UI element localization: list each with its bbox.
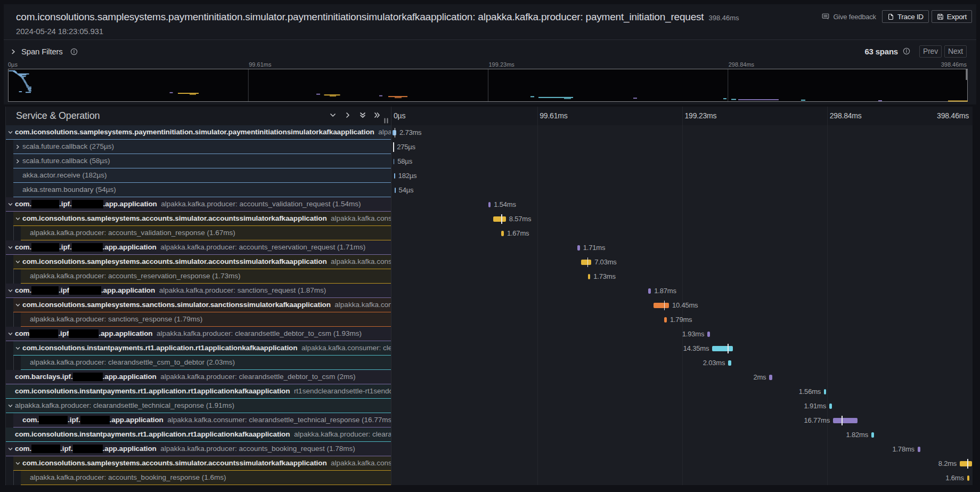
span-name-cell[interactable]: com.iconsolutions.samplesystems.sanction… [13, 298, 391, 312]
span-name-cell[interactable]: alpakka.kafka.producer: clearandsettle_c… [21, 356, 391, 370]
span-duration-label: 7.03ms [594, 255, 616, 269]
span-name-cell[interactable]: com..ipf..app.application alpakka.kafka.… [13, 413, 391, 428]
span-count: 63 spans [864, 47, 898, 56]
span-bar[interactable] [967, 475, 969, 481]
span-name-cell[interactable]: com.iconsolutions.samplesystems.accounts… [13, 255, 391, 269]
span-bar[interactable] [588, 274, 591, 279]
span-name-cell[interactable]: alpakka.kafka.producer: clearandsettle_t… [6, 399, 391, 413]
span-name-cell[interactable]: com.iconsolutions.samplesystems.accounts… [13, 212, 391, 226]
info-icon [70, 48, 78, 55]
chevron-down-icon[interactable] [8, 447, 13, 451]
timeline-tick-label: 0µs [394, 107, 405, 125]
span-name-cell[interactable]: alpakka.kafka.producer: accounts_reserva… [21, 269, 391, 284]
trace-id-label: Trace ID [897, 13, 924, 21]
collapse-all-icon[interactable] [357, 110, 368, 120]
span-bar[interactable] [394, 173, 395, 179]
span-name-cell[interactable]: com.iconsolutions.samplesystems.accounts… [13, 456, 391, 471]
span-bar[interactable] [960, 461, 971, 466]
trace-timestamp: 2024-05-24 18:23:05.931 [16, 26, 103, 37]
operation-name: alpakka.kafka.producer: clearandsettle_t… [15, 401, 234, 409]
span-duration-label: 8.57ms [509, 212, 531, 226]
span-bar[interactable] [577, 245, 580, 251]
trace-id-button[interactable]: Trace ID [882, 10, 929, 23]
collapse-one-icon[interactable] [328, 110, 338, 120]
operation-name: rt1sendclearandsettle-rt1sendclearandset… [294, 387, 391, 395]
span-name-cell[interactable]: alpakka.kafka.producer: sanctions_respon… [21, 312, 391, 327]
next-span-button[interactable]: Next [944, 45, 967, 58]
span-bar[interactable] [712, 346, 733, 351]
export-label: Export [947, 13, 967, 21]
chevron-right-icon[interactable] [15, 144, 20, 149]
span-duration-label: 1.56ms [799, 384, 821, 399]
span-bar[interactable] [871, 432, 874, 438]
span-bar[interactable] [918, 447, 920, 452]
chevron-down-icon[interactable] [15, 461, 20, 466]
span-bar[interactable] [664, 317, 667, 322]
span-name-cell[interactable]: com..ipf..app.application alpakka.kafka.… [6, 240, 391, 255]
span-bar[interactable] [395, 188, 395, 193]
span-name-cell[interactable]: scala.future.callback (275µs) [13, 140, 391, 154]
redacted-text [31, 445, 60, 453]
span-duration-label: 1.71ms [583, 240, 605, 255]
span-bar[interactable] [648, 288, 651, 294]
span-name-cell[interactable]: com..ipf.app.application alpakka.kafka.p… [6, 284, 391, 298]
minimap-tick-label: 398.46ms [941, 61, 967, 68]
expand-all-icon[interactable] [372, 110, 382, 120]
span-name-cell[interactable]: com..ipf..app.application alpakka.kafka.… [6, 197, 391, 212]
span-name-cell[interactable]: akka.actor.receive (182µs) [13, 168, 391, 183]
trace-minimap[interactable] [8, 69, 968, 102]
span-bar[interactable] [829, 404, 832, 409]
span-name-cell[interactable]: com.iconsolutions.instantpayments.rt1.ap… [13, 341, 391, 356]
span-name-cell[interactable]: com.iconsolutions.instantpayments.rt1.ap… [6, 428, 391, 442]
chevron-down-icon[interactable] [8, 245, 13, 250]
span-duration-label: 1.6ms [945, 471, 963, 485]
chevron-down-icon[interactable] [8, 130, 13, 135]
chevron-down-icon[interactable] [15, 346, 20, 351]
span-filters-toggle[interactable]: Span Filters [21, 46, 63, 57]
span-bar[interactable] [488, 202, 491, 207]
span-duration-label: 2.73ms [399, 125, 421, 140]
span-bar[interactable] [581, 260, 591, 265]
span-name-cell[interactable]: alpakka.kafka.producer: accounts_booking… [21, 471, 391, 485]
span-bar[interactable] [501, 231, 504, 236]
service-name: com.iconsolutions.samplesystems.paymenti… [15, 128, 374, 136]
span-navigation: 63 spans Prev Next [864, 45, 967, 58]
span-name-cell[interactable]: alpakka.kafka.producer: accounts_validat… [21, 226, 391, 240]
operation-name: alpakka.kafka.producer: sanctions_reques… [159, 286, 326, 294]
service-name: com.iconsolutions.samplesystems.accounts… [22, 214, 327, 222]
chevron-right-icon[interactable] [15, 159, 20, 164]
column-resize-grip[interactable] [383, 118, 389, 124]
span-name-cell[interactable]: com.iconsolutions.instantpayments.rt1.ap… [6, 384, 391, 399]
expand-one-icon[interactable] [342, 110, 353, 120]
chevron-down-icon[interactable] [8, 404, 13, 408]
chevron-down-icon[interactable] [8, 332, 13, 336]
chevron-down-icon[interactable] [8, 288, 13, 293]
span-bar[interactable] [394, 159, 394, 164]
export-button[interactable]: Export [932, 10, 972, 23]
give-feedback-link[interactable]: Give feedback [822, 13, 876, 21]
chevron-down-icon[interactable] [8, 202, 13, 207]
span-name-cell[interactable]: scala.future.callback (58µs) [13, 154, 391, 168]
span-name-cell[interactable]: com.barclays.ipf..app.application alpakk… [6, 370, 391, 384]
span-name-cell[interactable]: com..ipf..app.application alpakka.kafka.… [6, 442, 391, 456]
span-name-cell[interactable]: akka.stream.boundary (54µs) [13, 183, 391, 197]
chevron-down-icon[interactable] [15, 216, 20, 221]
span-bar[interactable] [824, 389, 826, 394]
span-bar[interactable] [728, 360, 731, 366]
trace-title-text: com.iconsolutions.samplesystems.paymenti… [16, 11, 704, 22]
span-bar[interactable] [769, 375, 772, 380]
redacted-text [39, 416, 68, 424]
chevron-down-icon[interactable] [15, 303, 20, 308]
service-name: com.barclays.ipf..app.application [15, 373, 157, 381]
chevron-down-icon[interactable] [15, 260, 20, 264]
operation-name: alpakka.kafka.producer: payment_initiati… [378, 128, 391, 136]
span-name-cell[interactable]: com.ipf.app.application alpakka.kafka.pr… [6, 327, 391, 341]
span-bar[interactable] [654, 303, 669, 308]
column-divider[interactable] [391, 107, 391, 485]
chevron-right-icon[interactable] [10, 49, 17, 55]
span-name-cell[interactable]: com.iconsolutions.samplesystems.paymenti… [6, 125, 391, 140]
span-bar[interactable] [833, 418, 858, 423]
span-bar[interactable] [493, 216, 505, 222]
prev-span-button[interactable]: Prev [919, 45, 942, 58]
span-bar[interactable] [707, 332, 710, 337]
